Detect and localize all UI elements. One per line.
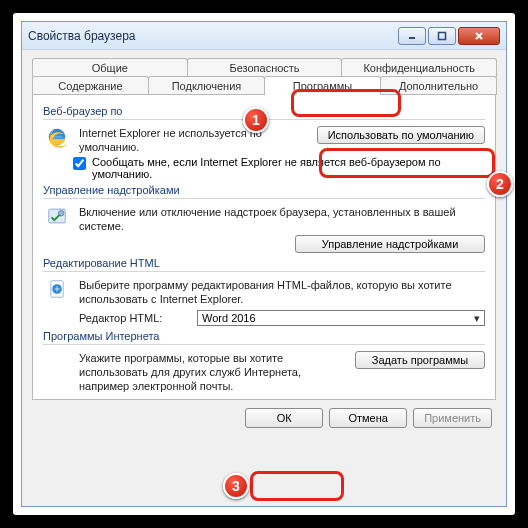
svg-rect-1 [439,32,446,39]
cancel-button[interactable]: Отмена [329,408,407,428]
notify-checkbox-input[interactable] [73,157,86,170]
badge-2: 2 [487,171,513,197]
tab-general[interactable]: Общие [32,58,188,77]
html-edit-icon [43,278,71,300]
minimize-button[interactable] [398,27,426,45]
tab-advanced[interactable]: Дополнительно [380,76,497,95]
ok-button[interactable]: ОК [245,408,323,428]
tab-content[interactable]: Содержание [32,76,149,95]
tabs: Общие Безопасность Конфиденциальность Со… [32,58,496,95]
tab-privacy[interactable]: Конфиденциальность [341,58,497,77]
maximize-button[interactable] [428,27,456,45]
html-editor-label: Редактор HTML: [79,312,191,324]
addons-text: Включение или отключение надстроек брауз… [79,205,485,233]
apply-button[interactable]: Применить [413,408,492,428]
tab-security[interactable]: Безопасность [187,58,343,77]
internet-options-window: Свойства браузера Общие Безопасность Кон… [21,21,507,507]
html-editor-select[interactable]: Word 2016 [197,310,485,326]
html-edit-text: Выберите программу редактирования HTML-ф… [79,278,485,306]
window-title: Свойства браузера [28,29,396,43]
tab-connections[interactable]: Подключения [148,76,265,95]
notify-checkbox-label: Сообщать мне, если Internet Explorer не … [92,156,485,180]
badge-3: 3 [223,473,249,499]
badge-1: 1 [243,107,269,133]
default-browser-text: Internet Explorer не используется по умо… [79,126,309,154]
manage-addons-button[interactable]: Управление надстройками [295,235,485,253]
ie-icon [43,126,71,148]
dialog-footer: ОК Отмена Применить [32,400,496,432]
group-addons: Управление надстройками [43,184,485,196]
addons-icon [43,205,71,227]
svg-rect-5 [52,136,63,139]
group-internet-programs: Программы Интернета [43,330,485,342]
group-html-edit: Редактирование HTML [43,257,485,269]
close-button[interactable] [458,27,500,45]
set-default-button[interactable]: Использовать по умолчанию [317,126,485,144]
notify-checkbox[interactable]: Сообщать мне, если Internet Explorer не … [73,156,485,180]
internet-programs-text: Укажите программы, которые вы хотите исп… [79,351,347,393]
titlebar: Свойства браузера [22,22,506,50]
tab-programs[interactable]: Программы [264,76,381,95]
set-programs-button[interactable]: Задать программы [355,351,485,369]
tab-sheet: Веб-браузер по Internet Explorer не испо… [32,94,496,400]
